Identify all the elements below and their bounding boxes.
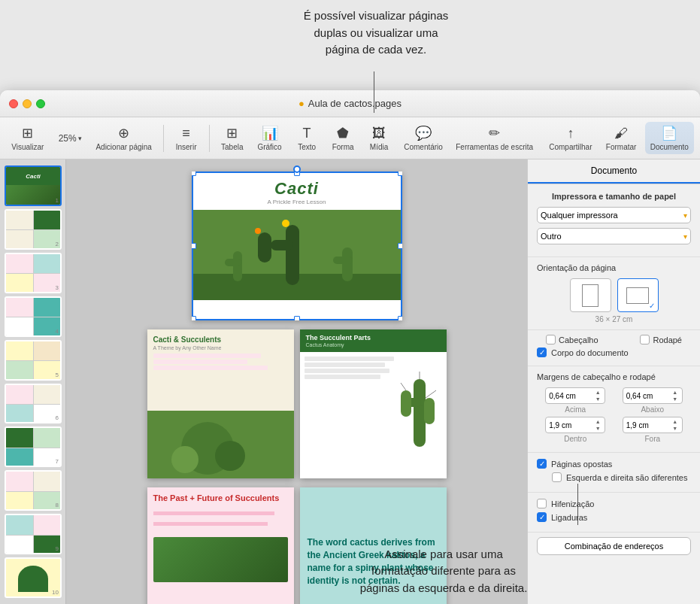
selected-check-icon: ✓ xyxy=(649,302,655,310)
printer-row: Qualquer impressora ▾ xyxy=(537,207,691,223)
sidebar[interactable]: Cacti 1 2 xyxy=(0,159,66,604)
hyphenation-label: Hifenização xyxy=(551,499,594,508)
thumbnail-9[interactable]: 9 xyxy=(5,514,62,554)
page-size-text: 36 × 27 cm xyxy=(537,315,691,323)
margin-above-input[interactable]: 0,64 cm ▲ ▼ xyxy=(545,387,605,404)
close-button[interactable] xyxy=(9,99,18,108)
zoom-button[interactable]: 25% ▾ xyxy=(53,130,88,147)
below-label: Abaixo xyxy=(641,405,664,414)
margin-inside-stepper[interactable]: ▲ ▼ xyxy=(594,418,602,432)
format-button[interactable]: 🖌 Formatar xyxy=(601,123,642,154)
body-label: Corpo do documento xyxy=(551,348,629,357)
printer-select[interactable]: Qualquer impressora ▾ xyxy=(537,207,691,223)
margin-outside-stepper[interactable]: ▲ ▼ xyxy=(671,418,679,432)
svg-rect-19 xyxy=(424,398,435,424)
margin-row-1: 0,64 cm ▲ ▼ Acima 0,64 cm ▲ xyxy=(537,387,691,414)
margin-below-input[interactable]: 0,64 cm ▲ ▼ xyxy=(623,387,683,404)
stepper-down-icon-2[interactable]: ▼ xyxy=(671,396,679,402)
titlebar: ● Aula de cactos.pages xyxy=(0,90,700,117)
stepper-down-icon[interactable]: ▼ xyxy=(594,396,602,402)
ligatures-checkbox[interactable]: ✓ xyxy=(537,512,547,522)
main-area: Cacti 1 2 xyxy=(0,159,700,604)
main-window: ● Aula de cactos.pages ⊞ Visualizar 25% … xyxy=(0,90,700,604)
separator-1 xyxy=(163,125,164,152)
document-area[interactable]: Cacti A Prickle Free Lesson xyxy=(66,159,527,604)
thumbnail-1[interactable]: Cacti 1 xyxy=(5,165,62,206)
maximize-button[interactable] xyxy=(36,99,45,108)
thumbnail-5[interactable]: 5 xyxy=(5,340,62,381)
left-right-diff-checkbox[interactable] xyxy=(552,472,562,482)
margin-outside: 1,9 cm ▲ ▼ Fora xyxy=(614,417,692,443)
thumbnail-3[interactable]: 3 xyxy=(5,253,62,293)
hyphenation-checkbox[interactable] xyxy=(537,499,547,508)
panel-tabs: Documento xyxy=(528,159,700,184)
paper-row: Outro ▾ xyxy=(537,228,691,244)
right-panel: Documento Impressora e tamanho de papel … xyxy=(527,159,700,604)
stepper-down-icon-4[interactable]: ▼ xyxy=(671,425,679,432)
add-page-button[interactable]: ⊕ Adicionar página xyxy=(91,122,157,154)
thumbnail-4[interactable]: 4 xyxy=(5,296,62,337)
thumbnail-6[interactable]: 6 xyxy=(5,384,62,424)
header-item: Cabeçalho xyxy=(546,335,598,344)
minimize-button[interactable] xyxy=(23,99,32,108)
cacti-illustration xyxy=(192,210,402,300)
chart-button[interactable]: 📊 Gráfico xyxy=(252,122,287,154)
annotation-top: É possível visualizar páginas duplas ou … xyxy=(248,8,504,59)
thumbnail-7[interactable]: 7 xyxy=(5,426,62,467)
margin-outside-input[interactable]: 1,9 cm ▲ ▼ xyxy=(623,417,683,433)
thumbnail-8[interactable]: 8 xyxy=(5,470,62,511)
tab-document[interactable]: Documento xyxy=(528,159,700,184)
selection-handle-top[interactable] xyxy=(293,165,301,173)
page2-body xyxy=(153,354,288,370)
landscape-option[interactable]: ✓ xyxy=(617,278,659,312)
window-title: ● Aula de cactos.pages xyxy=(298,98,402,109)
selection-handle-bm[interactable] xyxy=(294,316,300,320)
selection-handle-br[interactable] xyxy=(398,316,402,320)
stepper-up-icon-2[interactable]: ▲ xyxy=(671,389,679,396)
stepper-up-icon-4[interactable]: ▲ xyxy=(671,418,679,425)
document-panel-button[interactable]: 📄 Documento xyxy=(645,122,694,154)
table-button[interactable]: ⊞ Tabela xyxy=(216,122,249,154)
stepper-up-icon[interactable]: ▲ xyxy=(594,389,602,396)
margins-section: Margens de cabeçalho e rodapé 0,64 cm ▲ … xyxy=(528,366,700,453)
footer-checkbox[interactable] xyxy=(640,335,650,344)
selection-handle-bl[interactable] xyxy=(192,316,196,320)
insert-button[interactable]: ≡ Inserir xyxy=(170,123,203,154)
separator-2 xyxy=(209,125,210,152)
view-button[interactable]: ⊞ Visualizar xyxy=(6,122,50,154)
writing-tools-button[interactable]: ✏ Ferramentas de escrita xyxy=(451,122,538,154)
page-3[interactable]: The Succulent Parts Cactus Anatomy xyxy=(300,329,447,478)
margin-inside-input[interactable]: 1,9 cm ▲ ▼ xyxy=(545,417,605,433)
stepper-down-icon-3[interactable]: ▼ xyxy=(594,425,602,432)
margin-above-stepper[interactable]: ▲ ▼ xyxy=(594,389,602,402)
svg-line-22 xyxy=(426,390,436,398)
media-icon: 🖼 xyxy=(372,126,386,141)
chart-icon: 📊 xyxy=(262,125,278,141)
cactus-diagram xyxy=(397,357,442,454)
toolbar: ⊞ Visualizar 25% ▾ ⊕ Adicionar página ≡ … xyxy=(0,117,700,159)
text-button[interactable]: T Texto xyxy=(290,123,323,154)
margins-title: Margens de cabeçalho e rodapé xyxy=(537,372,691,381)
svg-rect-2 xyxy=(286,225,299,285)
facing-pages-checkbox[interactable]: ✓ xyxy=(537,459,547,469)
header-checkbox[interactable] xyxy=(546,335,556,344)
body-checkbox[interactable]: ✓ xyxy=(537,348,547,357)
comment-button[interactable]: 💬 Comentário xyxy=(398,122,448,154)
thumbnail-2[interactable]: 2 xyxy=(5,209,62,250)
portrait-option[interactable] xyxy=(570,278,611,312)
media-button[interactable]: 🖼 Mídia xyxy=(362,123,395,154)
page-1-container: Cacti A Prickle Free Lesson xyxy=(192,171,402,320)
shape-button[interactable]: ⬟ Forma xyxy=(326,122,359,154)
page-2[interactable]: Cacti & Succulents A Theme by Any Other … xyxy=(147,329,294,478)
svg-rect-6 xyxy=(225,259,241,266)
paper-select[interactable]: Outro ▾ xyxy=(537,228,691,244)
page-4[interactable]: The Past + Future of Succulents xyxy=(147,487,294,604)
margin-below-stepper[interactable]: ▲ ▼ xyxy=(671,389,679,402)
page-row-2: Cacti & Succulents A Theme by Any Other … xyxy=(147,329,447,478)
text-icon: T xyxy=(303,126,311,141)
thumbnail-10[interactable]: 10 xyxy=(5,557,62,598)
page-1[interactable]: Cacti A Prickle Free Lesson xyxy=(192,171,402,320)
svg-point-13 xyxy=(215,441,245,471)
share-button[interactable]: ↑ Compartilhar xyxy=(544,123,597,154)
stepper-up-icon-3[interactable]: ▲ xyxy=(594,418,602,425)
